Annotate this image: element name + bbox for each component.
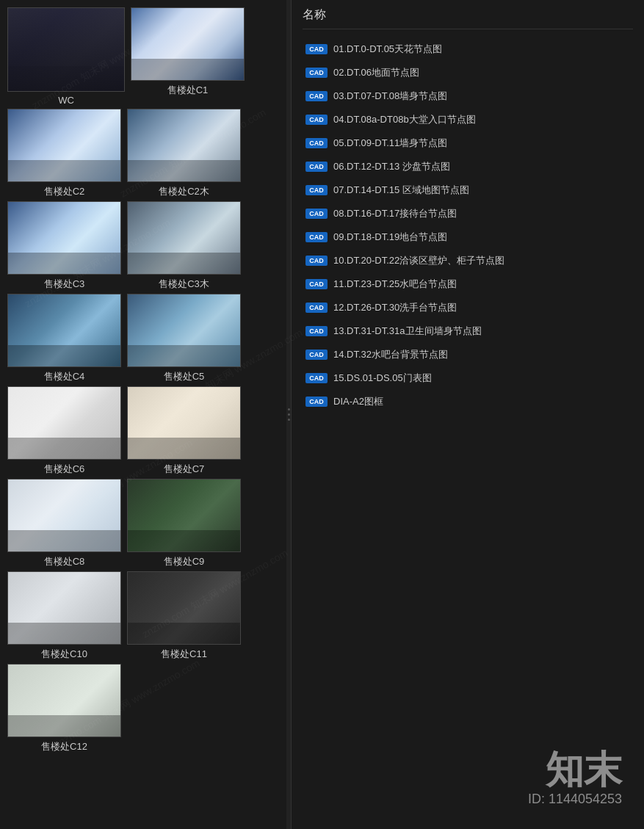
grid-row-5: 售楼处C6 售楼处C7 bbox=[7, 386, 279, 476]
cad-badge-10: CAD bbox=[305, 256, 328, 266]
thumb-c6[interactable]: 售楼处C6 bbox=[7, 386, 121, 476]
thumb-c2mu-image bbox=[127, 109, 241, 182]
file-name-2: 02.DT.06地面节点图 bbox=[333, 66, 419, 79]
thumb-c2-image bbox=[7, 109, 121, 182]
thumb-c12-image bbox=[7, 664, 121, 737]
file-name-8: 08.DT.16-DT.17接待台节点图 bbox=[333, 207, 457, 220]
thumb-c1[interactable]: 售楼处C1 bbox=[131, 7, 245, 97]
file-item-6[interactable]: CAD 06.DT.12-DT.13 沙盘节点图 bbox=[303, 156, 633, 178]
thumb-c2[interactable]: 售楼处C2 bbox=[7, 109, 121, 198]
thumb-c4-image bbox=[7, 294, 121, 367]
left-panel: WC 售楼处C1 售楼处C2 售楼处C2木 售楼处C3 bbox=[0, 0, 286, 829]
thumb-c3mu[interactable]: 售楼处C3木 bbox=[127, 201, 241, 291]
main-container: WC 售楼处C1 售楼处C2 售楼处C2木 售楼处C3 bbox=[0, 0, 644, 829]
file-name-3: 03.DT.07-DT.08墙身节点图 bbox=[333, 90, 447, 103]
thumb-c9-image bbox=[127, 479, 241, 552]
thumb-c12-label: 售楼处C12 bbox=[41, 740, 87, 753]
grid-row-1: WC 售楼处C1 bbox=[7, 7, 279, 106]
cad-badge-13: CAD bbox=[305, 326, 328, 336]
file-name-11: 11.DT.23-DT.25水吧台节点图 bbox=[333, 278, 457, 291]
name-column-header: 名称 bbox=[303, 8, 326, 21]
thumb-c1-label: 售楼处C1 bbox=[167, 84, 209, 97]
thumb-c10-label: 售楼处C10 bbox=[41, 648, 87, 661]
divider-dot-3 bbox=[288, 419, 290, 421]
file-name-16: DIA-A2图框 bbox=[333, 395, 383, 408]
thumb-c11-label: 售楼处C11 bbox=[161, 648, 207, 661]
cad-badge-12: CAD bbox=[305, 303, 328, 313]
thumb-wc-label: WC bbox=[58, 95, 74, 106]
thumb-c7-image bbox=[127, 386, 241, 460]
panel-header: 名称 bbox=[303, 7, 633, 29]
cad-badge-3: CAD bbox=[305, 91, 328, 101]
thumb-c4[interactable]: 售楼处C4 bbox=[7, 294, 121, 383]
thumb-c5-image bbox=[127, 294, 241, 367]
file-item-2[interactable]: CAD 02.DT.06地面节点图 bbox=[303, 62, 633, 84]
cad-badge-15: CAD bbox=[305, 373, 328, 383]
file-name-14: 14.DT.32水吧台背景节点图 bbox=[333, 348, 448, 361]
file-name-6: 06.DT.12-DT.13 沙盘节点图 bbox=[333, 160, 450, 173]
thumb-c10-image bbox=[7, 571, 121, 645]
file-name-10: 10.DT.20-DT.22洽谈区壁炉、柜子节点图 bbox=[333, 254, 504, 267]
grid-row-8: 售楼处C12 bbox=[7, 664, 279, 753]
thumb-wc[interactable]: WC bbox=[7, 7, 125, 106]
cad-badge-6: CAD bbox=[305, 162, 328, 172]
file-item-14[interactable]: CAD 14.DT.32水吧台背景节点图 bbox=[303, 344, 633, 366]
file-item-9[interactable]: CAD 09.DT.18-DT.19地台节点图 bbox=[303, 226, 633, 248]
file-item-4[interactable]: CAD 04.DT.08a-DT08b大堂入口节点图 bbox=[303, 109, 633, 131]
thumb-c12[interactable]: 售楼处C12 bbox=[7, 664, 121, 753]
cad-badge-11: CAD bbox=[305, 279, 328, 289]
file-name-15: 15.DS.01-DS.05门表图 bbox=[333, 372, 432, 385]
file-item-11[interactable]: CAD 11.DT.23-DT.25水吧台节点图 bbox=[303, 273, 633, 295]
right-panel: 名称 CAD 01.DT.0-DT.05天花节点图 CAD 02.DT.06地面… bbox=[291, 0, 644, 829]
thumb-c7[interactable]: 售楼处C7 bbox=[127, 386, 241, 476]
grid-row-7: 售楼处C10 售楼处C11 bbox=[7, 571, 279, 661]
divider-dot-2 bbox=[288, 413, 290, 416]
thumb-c3-image bbox=[7, 201, 121, 275]
grid-row-3: 售楼处C3 售楼处C3木 bbox=[7, 201, 279, 291]
file-item-7[interactable]: CAD 07.DT.14-DT.15 区域地图节点图 bbox=[303, 179, 633, 201]
cad-badge-14: CAD bbox=[305, 350, 328, 360]
file-item-10[interactable]: CAD 10.DT.20-DT.22洽谈区壁炉、柜子节点图 bbox=[303, 250, 633, 272]
file-item-3[interactable]: CAD 03.DT.07-DT.08墙身节点图 bbox=[303, 85, 633, 107]
thumb-c2-label: 售楼处C2 bbox=[44, 185, 85, 198]
cad-badge-1: CAD bbox=[305, 44, 328, 54]
file-item-1[interactable]: CAD 01.DT.0-DT.05天花节点图 bbox=[303, 38, 633, 60]
brand-name: 知末 bbox=[528, 750, 622, 789]
file-item-5[interactable]: CAD 05.DT.09-DT.11墙身节点图 bbox=[303, 132, 633, 154]
file-name-4: 04.DT.08a-DT08b大堂入口节点图 bbox=[333, 113, 476, 126]
file-name-1: 01.DT.0-DT.05天花节点图 bbox=[333, 43, 442, 56]
file-name-9: 09.DT.18-DT.19地台节点图 bbox=[333, 231, 447, 244]
file-item-16[interactable]: CAD DIA-A2图框 bbox=[303, 391, 633, 413]
file-list: CAD 01.DT.0-DT.05天花节点图 CAD 02.DT.06地面节点图… bbox=[303, 38, 633, 413]
grid-row-2: 售楼处C2 售楼处C2木 bbox=[7, 109, 279, 198]
file-name-12: 12.DT.26-DT.30洗手台节点图 bbox=[333, 301, 457, 314]
thumb-c7-label: 售楼处C7 bbox=[164, 463, 205, 476]
file-name-13: 13.DT.31-DT.31a卫生间墙身节点图 bbox=[333, 325, 482, 338]
thumb-c5[interactable]: 售楼处C5 bbox=[127, 294, 241, 383]
thumb-c8-image bbox=[7, 479, 121, 552]
thumb-c10[interactable]: 售楼处C10 bbox=[7, 571, 121, 661]
brand-id: ID: 1144054253 bbox=[528, 792, 622, 807]
brand-section: 知末 ID: 1144054253 bbox=[528, 750, 622, 807]
thumb-c9[interactable]: 售楼处C9 bbox=[127, 479, 241, 568]
file-item-12[interactable]: CAD 12.DT.26-DT.30洗手台节点图 bbox=[303, 297, 633, 319]
thumb-c6-label: 售楼处C6 bbox=[44, 463, 85, 476]
file-item-8[interactable]: CAD 08.DT.16-DT.17接待台节点图 bbox=[303, 203, 633, 225]
cad-badge-4: CAD bbox=[305, 115, 328, 125]
thumb-c2mu[interactable]: 售楼处C2木 bbox=[127, 109, 241, 198]
thumb-c5-label: 售楼处C5 bbox=[164, 370, 205, 383]
thumb-c3mu-image bbox=[127, 201, 241, 275]
thumb-c8[interactable]: 售楼处C8 bbox=[7, 479, 121, 568]
cad-badge-16: CAD bbox=[305, 397, 328, 407]
file-item-15[interactable]: CAD 15.DS.01-DS.05门表图 bbox=[303, 367, 633, 389]
file-item-13[interactable]: CAD 13.DT.31-DT.31a卫生间墙身节点图 bbox=[303, 320, 633, 342]
thumb-c11[interactable]: 售楼处C11 bbox=[127, 571, 241, 661]
file-name-5: 05.DT.09-DT.11墙身节点图 bbox=[333, 137, 447, 150]
cad-badge-8: CAD bbox=[305, 209, 328, 219]
cad-badge-5: CAD bbox=[305, 138, 328, 148]
cad-badge-7: CAD bbox=[305, 185, 328, 195]
thumb-c3[interactable]: 售楼处C3 bbox=[7, 201, 121, 291]
thumb-c4-label: 售楼处C4 bbox=[44, 370, 85, 383]
thumb-c8-label: 售楼处C8 bbox=[44, 555, 85, 568]
thumb-c1-image bbox=[131, 7, 245, 81]
